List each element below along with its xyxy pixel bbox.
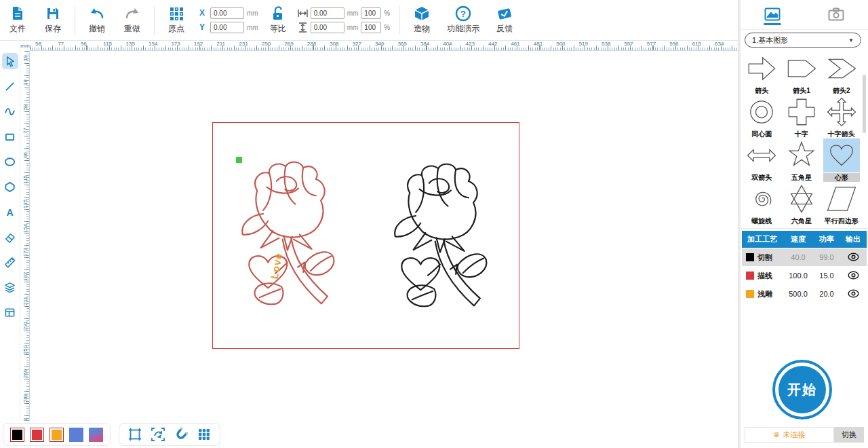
demo-label: 功能演示 <box>447 23 479 35</box>
swatch-gradient[interactable] <box>89 428 103 442</box>
shape-concentric[interactable]: 同心圆 <box>742 95 782 138</box>
origin-button[interactable]: 原点 <box>159 1 194 39</box>
polygon-tool[interactable] <box>2 179 18 195</box>
shape-double-arrow[interactable]: 双箭头 <box>742 138 782 182</box>
header-output: 输出 <box>841 234 865 244</box>
layer-visibility-toggle[interactable] <box>841 253 865 263</box>
layers-icon <box>4 282 16 293</box>
view-tools-group <box>119 423 220 446</box>
tab-gallery[interactable] <box>764 5 781 25</box>
line-tool[interactable] <box>2 78 18 94</box>
swatch-red[interactable] <box>30 428 44 442</box>
redo-label: 重做 <box>124 23 140 35</box>
start-button[interactable]: 开始 <box>772 360 832 419</box>
shape-cross[interactable]: 十字 <box>782 95 822 138</box>
fit-view-icon <box>151 427 165 442</box>
table-tool[interactable] <box>2 304 18 320</box>
ruler-unit-label: mm <box>20 41 30 51</box>
rose-artwork-black[interactable] <box>388 154 491 324</box>
width-percent-input[interactable] <box>361 7 381 19</box>
shape-cross-arrow[interactable]: 十字箭头 <box>821 95 861 138</box>
height-percent-input[interactable] <box>361 22 381 33</box>
select-tool[interactable] <box>2 53 18 69</box>
height-input[interactable] <box>311 22 344 33</box>
layer-color-red <box>746 272 754 280</box>
rectangle-tool[interactable] <box>2 128 18 145</box>
redo-button[interactable]: 重做 <box>115 1 150 39</box>
feedback-button[interactable]: 反馈 <box>487 1 522 39</box>
switch-device-button[interactable]: 切换 <box>834 427 864 443</box>
snap-button[interactable] <box>172 426 190 443</box>
ruler-icon <box>4 257 16 268</box>
bottom-toolbar <box>0 421 738 448</box>
x-input[interactable] <box>210 7 244 19</box>
arrow1-shape-icon <box>785 53 818 84</box>
layer-visibility-toggle[interactable] <box>841 271 865 281</box>
file-icon <box>9 5 26 22</box>
demo-button[interactable]: ? 功能演示 <box>439 1 487 39</box>
eye-icon <box>848 289 859 298</box>
curve-tool[interactable] <box>2 103 18 119</box>
eye-icon <box>848 271 859 280</box>
laser-app-window: 文件 保存 撤销 重做 原点 X mm Y <box>0 0 868 448</box>
shape-arrow[interactable]: 箭头 <box>742 52 782 95</box>
layer-power[interactable]: 15.0 <box>812 272 841 280</box>
swatch-blue[interactable] <box>69 428 83 442</box>
tab-camera[interactable] <box>827 5 845 25</box>
layer-panel: 加工工艺 速度 功率 输出 切割 40.0 99.0 描线 100.0 15.0 <box>741 228 868 303</box>
layer-power[interactable]: 99.0 <box>812 253 841 261</box>
right-panel: 1.基本图形 ▼ 箭头 箭头1 箭头2 同心圆 十字 <box>741 0 868 448</box>
text-tool[interactable]: A <box>2 204 18 220</box>
ellipse-tool[interactable] <box>2 153 18 170</box>
shape-category-dropdown[interactable]: 1.基本图形 ▼ <box>745 33 861 48</box>
disconnected-icon: ⊗ <box>773 430 779 439</box>
measure-tool[interactable] <box>2 254 18 270</box>
shape-star6[interactable]: 六角星 <box>782 182 822 225</box>
layer-speed[interactable]: 40.0 <box>784 253 812 261</box>
save-button[interactable]: 保存 <box>35 1 71 39</box>
position-fields: X mm Y mm <box>199 7 258 33</box>
eraser-tool[interactable] <box>2 229 18 245</box>
connection-status[interactable]: ⊗ 未连接 <box>745 427 834 443</box>
camera-icon <box>828 7 844 21</box>
shape-arrow2[interactable]: 箭头2 <box>821 52 861 95</box>
fit-view-button[interactable] <box>149 426 167 443</box>
layer-header-row: 加工工艺 速度 功率 输出 <box>742 231 867 248</box>
proportional-lock-button[interactable]: 等比 <box>264 1 292 39</box>
layer-speed[interactable]: 500.0 <box>784 290 812 298</box>
shape-grid-scrollbar[interactable] <box>863 75 866 133</box>
shape-parallelogram[interactable]: 平行四边形 <box>821 182 861 225</box>
y-input[interactable] <box>210 22 244 33</box>
spiral-shape-icon <box>745 183 778 214</box>
swatch-black[interactable] <box>10 428 24 442</box>
shape-spiral[interactable]: 螺旋线 <box>742 182 782 225</box>
width-input[interactable] <box>311 7 344 19</box>
layer-power[interactable]: 20.0 <box>812 290 841 298</box>
cursor-icon <box>4 56 16 67</box>
design-canvas[interactable]: Love <box>30 51 738 421</box>
shape-heart[interactable]: 心形 <box>821 138 861 182</box>
grid-button[interactable] <box>195 426 213 443</box>
width-pct-sign: % <box>384 10 390 17</box>
save-label: 保存 <box>45 23 61 35</box>
star6-shape-icon <box>785 183 818 214</box>
shape-arrow1[interactable]: 箭头1 <box>782 52 822 95</box>
frame-select-button[interactable] <box>126 426 144 443</box>
layer-visibility-toggle[interactable] <box>841 289 865 299</box>
layer-row-cut[interactable]: 切割 40.0 99.0 <box>742 248 867 266</box>
create-button[interactable]: 造物 <box>404 1 439 39</box>
layer-row-line[interactable]: 描线 100.0 15.0 <box>742 267 867 284</box>
layers-tool[interactable] <box>2 279 18 295</box>
layer-speed[interactable]: 100.0 <box>784 272 812 280</box>
create-label: 造物 <box>414 23 430 35</box>
undo-button[interactable]: 撤销 <box>79 1 115 39</box>
swatch-orange[interactable] <box>50 428 64 442</box>
ellipse-icon <box>4 156 16 168</box>
rose-artwork-red[interactable] <box>235 151 338 322</box>
layer-row-engrave[interactable]: 浅雕 500.0 20.0 <box>742 285 867 303</box>
shape-star5[interactable]: 五角星 <box>782 138 822 182</box>
file-button[interactable]: 文件 <box>0 1 35 39</box>
layer-color-black <box>746 253 754 261</box>
undo-label: 撤销 <box>89 23 105 35</box>
frame-icon <box>127 427 142 442</box>
